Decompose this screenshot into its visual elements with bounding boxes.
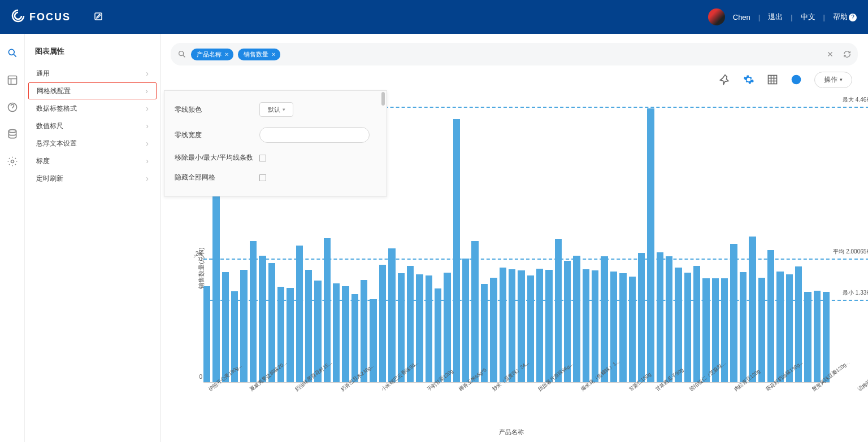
bar[interactable] — [601, 256, 607, 382]
properties-title: 图表属性 — [25, 46, 160, 64]
bar[interactable] — [702, 278, 709, 382]
prop-row-3[interactable]: 数值标尺› — [28, 117, 157, 134]
prop-row-6[interactable]: 定时刷新› — [28, 170, 157, 187]
logo-icon — [11, 9, 25, 25]
reference-line-label: 平均 2.00065K — [833, 248, 868, 256]
query-pill-bar: 产品名称✕销售数量✕ — [171, 43, 858, 65]
help-link[interactable]: 帮助? — [833, 12, 857, 22]
bar[interactable] — [536, 269, 543, 382]
prop-row-0[interactable]: 通用› — [28, 65, 157, 82]
prop-row-5[interactable]: 标度› — [28, 152, 157, 169]
rail-settings-icon[interactable] — [7, 156, 18, 167]
user-avatar[interactable] — [708, 8, 725, 25]
bar[interactable] — [675, 268, 682, 382]
bar[interactable] — [388, 248, 395, 382]
pin-icon[interactable] — [719, 74, 731, 85]
action-dropdown[interactable]: 操作 ▾ — [814, 72, 852, 88]
prop-label: 数据标签格式 — [36, 104, 77, 113]
prop-row-4[interactable]: 悬浮文本设置› — [28, 135, 157, 152]
bar[interactable] — [592, 270, 598, 382]
bar[interactable] — [647, 108, 654, 382]
bar[interactable] — [804, 292, 811, 382]
query-pill-1[interactable]: 销售数量✕ — [238, 49, 280, 60]
bar[interactable] — [555, 239, 562, 382]
y-tick: 2K — [196, 250, 202, 256]
table-view-icon[interactable] — [767, 74, 778, 85]
zero-line-color-select[interactable]: 默认 ▾ — [259, 102, 293, 117]
bar[interactable] — [814, 291, 821, 382]
bar[interactable] — [740, 272, 747, 382]
bar[interactable] — [545, 270, 552, 382]
bar[interactable] — [657, 252, 663, 382]
bar[interactable] — [758, 278, 765, 382]
remove-minmax-label: 移除最小/最大/平均线条数 — [175, 153, 259, 163]
prop-row-1[interactable]: 网格线配置› — [28, 82, 157, 99]
bar[interactable] — [379, 265, 386, 382]
prop-label: 标度 — [36, 156, 50, 166]
gridline-config-popover: 零线颜色 默认 ▾ 零线宽度 移除最小/最大/平均线条数 隐藏全部网格 — [164, 90, 387, 196]
zero-line-color-label: 零线颜色 — [175, 105, 259, 115]
bar[interactable] — [426, 275, 432, 383]
remove-minmax-checkbox[interactable] — [259, 155, 266, 161]
rail-search-icon[interactable] — [7, 47, 18, 59]
bar[interactable] — [333, 283, 340, 382]
bar[interactable] — [305, 270, 312, 382]
zero-line-width-input[interactable] — [259, 127, 370, 143]
svg-rect-0 — [95, 13, 102, 20]
rail-dashboard-icon[interactable] — [7, 75, 18, 86]
pill-remove-icon[interactable]: ✕ — [271, 51, 276, 58]
svg-point-6 — [179, 51, 184, 56]
bar[interactable] — [823, 292, 830, 382]
bar[interactable] — [259, 256, 266, 382]
edit-icon[interactable] — [93, 11, 103, 23]
query-pill-0[interactable]: 产品名称✕ — [191, 49, 233, 60]
bar[interactable] — [730, 244, 737, 382]
bar[interactable] — [222, 272, 229, 382]
bar[interactable] — [629, 277, 636, 382]
bar[interactable] — [462, 259, 469, 382]
svg-rect-2 — [8, 76, 16, 85]
chevron-down-icon: ▾ — [840, 77, 843, 82]
bar[interactable] — [296, 246, 303, 382]
bar[interactable] — [684, 273, 691, 382]
chevron-right-icon: › — [146, 104, 149, 113]
language-link[interactable]: 中文 — [801, 12, 815, 22]
bar[interactable] — [666, 256, 672, 382]
search-icon[interactable] — [177, 50, 186, 59]
rail-database-icon[interactable] — [7, 129, 18, 140]
bar[interactable] — [444, 273, 450, 382]
bar[interactable] — [351, 294, 358, 382]
bar[interactable] — [767, 250, 774, 382]
bar[interactable] — [435, 288, 441, 382]
bar[interactable] — [776, 272, 783, 382]
rail-help-icon[interactable] — [7, 102, 18, 113]
app-header: FOCUS Chen | 退出 | 中文 | 帮助? — [0, 0, 868, 34]
bar[interactable] — [619, 273, 626, 382]
bar[interactable] — [287, 288, 293, 382]
bar[interactable] — [268, 263, 275, 382]
chevron-right-icon: › — [146, 139, 149, 148]
bar[interactable] — [573, 256, 580, 382]
chart-properties-panel: 图表属性 通用›网格线配置›数据标签格式›数值标尺›悬浮文本设置›标度›定时刷新… — [25, 34, 160, 442]
settings-gear-icon[interactable] — [743, 74, 754, 85]
pill-remove-icon[interactable]: ✕ — [224, 51, 229, 58]
bar[interactable] — [453, 119, 460, 382]
bar[interactable] — [509, 269, 515, 382]
bar[interactable] — [583, 269, 589, 382]
bar[interactable] — [638, 253, 645, 382]
bar[interactable] — [471, 241, 478, 383]
bar[interactable] — [398, 273, 405, 382]
chevron-right-icon: › — [146, 121, 149, 130]
bar[interactable] — [490, 278, 497, 382]
clear-icon[interactable] — [826, 50, 834, 58]
bar[interactable] — [693, 266, 700, 382]
prop-row-2[interactable]: 数据标签格式› — [28, 100, 157, 117]
hide-all-grid-checkbox[interactable] — [259, 174, 266, 181]
user-name[interactable]: Chen — [733, 13, 750, 21]
bar[interactable] — [500, 268, 506, 382]
logout-link[interactable]: 退出 — [768, 12, 783, 22]
popover-scrollbar[interactable] — [381, 92, 385, 195]
refresh-icon[interactable] — [843, 50, 851, 58]
chart-type-icon[interactable] — [791, 74, 802, 85]
bar[interactable] — [250, 241, 257, 383]
